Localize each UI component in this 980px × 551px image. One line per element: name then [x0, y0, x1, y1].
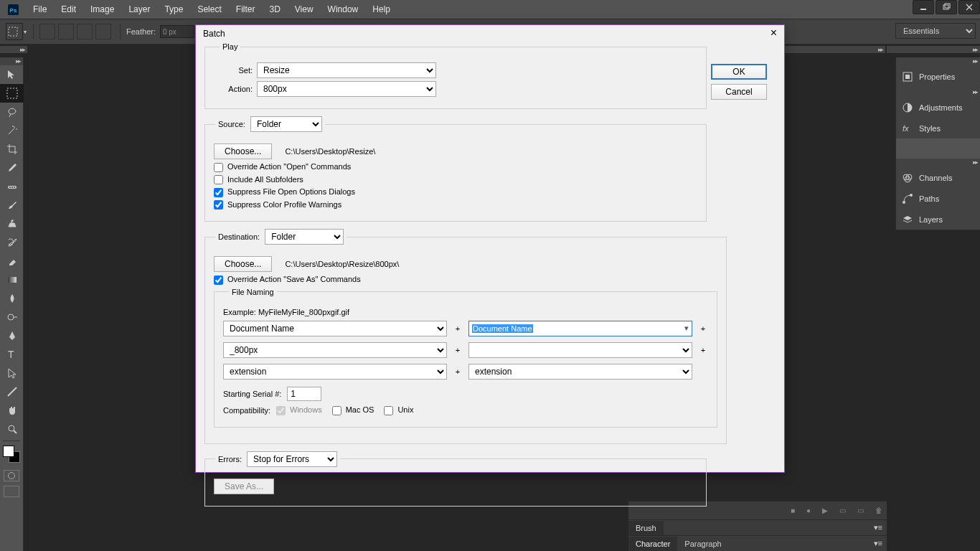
menu-type[interactable]: Type: [157, 0, 190, 19]
line-tool[interactable]: [0, 382, 24, 401]
zoom-tool[interactable]: [0, 420, 24, 438]
file-naming-legend: File Naming: [229, 288, 277, 296]
panel-channels[interactable]: Channels: [896, 167, 980, 188]
magic-wand-tool[interactable]: [0, 121, 24, 140]
crop-tool[interactable]: [0, 140, 24, 159]
dodge-tool[interactable]: [0, 308, 24, 326]
timeline-rec-icon[interactable]: ●: [806, 507, 811, 514]
toolbox-collapse-strip[interactable]: ▸▸: [0, 46, 27, 53]
cancel-button[interactable]: Cancel: [711, 84, 767, 100]
play-group: Play Set: Resize Action: 800px: [204, 42, 707, 109]
ok-button[interactable]: OK: [711, 64, 767, 80]
current-tool-icon[interactable]: [6, 23, 23, 40]
naming-slot-2[interactable]: Document Name ▾: [468, 321, 692, 336]
pen-tool[interactable]: [0, 326, 24, 345]
window-minimize[interactable]: [913, 0, 934, 14]
selection-add-btn[interactable]: [58, 24, 74, 39]
suppress-open-checkbox[interactable]: Suppress File Open Options Dialogs: [214, 187, 355, 197]
compat-unix-checkbox[interactable]: Unix: [384, 405, 413, 415]
dialog-close-button[interactable]: ×: [771, 27, 777, 39]
tab-paragraph[interactable]: Paragraph: [677, 537, 728, 551]
serial-input[interactable]: [287, 387, 321, 401]
tab-character[interactable]: Character: [628, 537, 677, 551]
timeline-trash-icon[interactable]: 🗑: [875, 507, 882, 514]
healing-tool[interactable]: [0, 177, 24, 196]
window-close[interactable]: [958, 0, 980, 14]
rightpanel-collapse-strip[interactable]: ▸▸: [887, 46, 980, 53]
foreground-color[interactable]: [3, 446, 14, 457]
path-select-tool[interactable]: [0, 364, 24, 382]
menu-3d[interactable]: 3D: [262, 0, 287, 19]
override-open-checkbox[interactable]: Override Action "Open" Commands: [214, 162, 351, 172]
panel-flyout-1[interactable]: ▸▸: [896, 57, 980, 66]
lasso-tool[interactable]: [0, 103, 24, 121]
menu-image[interactable]: Image: [83, 0, 121, 19]
clone-stamp-tool[interactable]: [0, 215, 24, 233]
override-save-checkbox[interactable]: Override Action "Save As" Commands: [214, 275, 361, 285]
selection-subtract-btn[interactable]: [77, 24, 93, 39]
naming-slot-1[interactable]: Document Name: [223, 321, 447, 336]
brush-tool[interactable]: [0, 196, 24, 215]
quick-mask-toggle[interactable]: [4, 470, 19, 481]
dialog-titlebar[interactable]: Batch ×: [196, 25, 784, 42]
menu-edit[interactable]: Edit: [54, 0, 83, 19]
panel-flyout-3[interactable]: ▸▸: [896, 159, 980, 167]
hand-tool[interactable]: [0, 401, 24, 420]
source-dropdown[interactable]: Folder: [250, 116, 322, 132]
menu-view[interactable]: View: [288, 0, 321, 19]
history-brush-tool[interactable]: [0, 233, 24, 252]
panel-layers[interactable]: Layers: [896, 209, 980, 230]
naming-slot-4[interactable]: [468, 342, 692, 358]
errors-dropdown[interactable]: Stop for Errors: [247, 451, 337, 467]
source-group: Source: Folder Choose... C:\Users\Deskto…: [204, 116, 707, 222]
window-restore[interactable]: [936, 0, 957, 14]
panel-styles[interactable]: fxStyles: [896, 118, 980, 138]
timeline-play-icon[interactable]: ▶: [822, 507, 828, 514]
suppress-color-checkbox[interactable]: Suppress Color Profile Warnings: [214, 200, 341, 210]
screen-mode-toggle[interactable]: [4, 486, 19, 497]
naming-slot-5[interactable]: extension: [223, 364, 447, 380]
brush-panel-tab[interactable]: Brush ▾≡: [628, 519, 887, 535]
char-flyout-icon[interactable]: ▾≡: [874, 539, 882, 548]
selection-intersect-btn[interactable]: [95, 24, 111, 39]
svg-line-17: [8, 387, 17, 396]
workspace-switcher[interactable]: Essentials: [895, 23, 976, 39]
move-tool[interactable]: [0, 65, 24, 84]
menu-select[interactable]: Select: [190, 0, 228, 19]
gradient-tool[interactable]: [0, 270, 24, 289]
panel-adjustments[interactable]: Adjustments: [896, 97, 980, 118]
action-dropdown[interactable]: 800px: [257, 81, 436, 97]
menu-window[interactable]: Window: [321, 0, 366, 19]
selection-new-btn[interactable]: [39, 24, 55, 39]
app-menu-bar: Ps File Edit Image Layer Type Select Fil…: [0, 0, 980, 19]
source-choose-button[interactable]: Choose...: [214, 143, 272, 159]
timeline-folder-icon[interactable]: ▭: [839, 507, 846, 514]
include-subfolders-checkbox[interactable]: Include All Subfolders: [214, 175, 303, 185]
menu-file[interactable]: File: [26, 0, 54, 19]
naming-slot-6[interactable]: extension: [468, 364, 692, 380]
toolbox-flyout[interactable]: ▸▸: [0, 57, 23, 65]
naming-slot-3[interactable]: _800px: [223, 342, 447, 358]
panel-flyout-2[interactable]: ▸▸: [896, 88, 980, 97]
brush-flyout-icon[interactable]: ▾≡: [874, 523, 882, 532]
blur-tool[interactable]: [0, 289, 24, 308]
feather-input[interactable]: [160, 25, 194, 38]
timeline-stop-icon[interactable]: ■: [791, 507, 795, 514]
menu-layer[interactable]: Layer: [121, 0, 157, 19]
destination-choose-button[interactable]: Choose...: [214, 256, 272, 272]
compat-mac-checkbox[interactable]: Mac OS: [332, 405, 374, 415]
destination-dropdown[interactable]: Folder: [265, 229, 344, 245]
set-dropdown[interactable]: Resize: [257, 62, 436, 78]
timeline-new-icon[interactable]: ▭: [857, 507, 864, 514]
dialog-title: Batch: [203, 29, 225, 39]
panel-properties[interactable]: Properties: [896, 66, 980, 87]
menu-help[interactable]: Help: [365, 0, 397, 19]
panel-paths[interactable]: Paths: [896, 188, 980, 209]
bottom-panels: ■ ● ▶ ▭ ▭ 🗑 Brush ▾≡ Character Paragraph…: [628, 501, 887, 551]
eyedropper-tool[interactable]: [0, 159, 24, 177]
color-swatches[interactable]: [0, 444, 24, 466]
marquee-tool[interactable]: [0, 84, 24, 103]
eraser-tool[interactable]: [0, 252, 24, 270]
type-tool[interactable]: T: [0, 345, 24, 364]
menu-filter[interactable]: Filter: [229, 0, 263, 19]
